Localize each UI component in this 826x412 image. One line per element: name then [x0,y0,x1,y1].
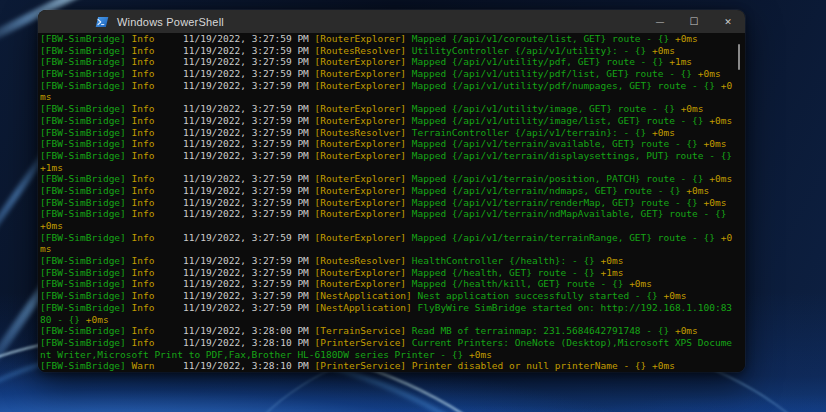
log-line: [FBW-SimBridge] Info 11/19/2022, 3:27:59… [40,115,745,127]
log-line: [FBW-SimBridge] Warn 11/19/2022, 3:28:10… [40,360,745,372]
log-line: [FBW-SimBridge] Info 11/19/2022, 3:27:59… [40,302,745,314]
window-title: Windows PowerShell [117,16,224,28]
log-line: nt Writer,Microsoft Print to PDF,Fax,Bro… [40,349,745,361]
powershell-icon [95,15,109,29]
log-line: [FBW-SimBridge] Info 11/19/2022, 3:27:59… [40,255,745,267]
log-line: [FBW-SimBridge] Info 11/19/2022, 3:27:59… [40,267,745,279]
log-line: [FBW-SimBridge] Info 11/19/2022, 3:27:59… [40,173,745,185]
log-line: [FBW-SimBridge] Info 11/19/2022, 3:28:10… [40,337,745,349]
close-button[interactable]: ✕ [711,10,745,33]
log-line: [FBW-SimBridge] Info 11/19/2022, 3:28:00… [40,325,745,337]
log-line: 80 - {} +0ms [40,314,745,326]
log-line: [FBW-SimBridge] Info 11/19/2022, 3:27:59… [40,127,745,139]
scrollbar-thumb[interactable] [738,44,740,70]
maximize-button[interactable]: ☐ [677,10,711,33]
window-titlebar[interactable]: Windows PowerShell — ☐ ✕ [38,10,745,33]
log-line: ms [40,243,745,255]
log-line: [FBW-SimBridge] Info 11/19/2022, 3:27:59… [40,33,745,45]
log-line: [FBW-SimBridge] Info 11/19/2022, 3:27:59… [40,150,745,162]
log-line: [FBW-SimBridge] Info 11/19/2022, 3:27:59… [40,290,745,302]
log-line: [FBW-SimBridge] Info 11/19/2022, 3:27:59… [40,232,745,244]
log-line: +0ms [40,220,745,232]
log-line: +1ms [40,162,745,174]
log-line: [FBW-SimBridge] Info 11/19/2022, 3:27:59… [40,197,745,209]
log-line: [FBW-SimBridge] Info 11/19/2022, 3:27:59… [40,138,745,150]
log-line: [FBW-SimBridge] Info 11/19/2022, 3:27:59… [40,80,745,92]
terminal-output[interactable]: [FBW-SimBridge] Info 11/19/2022, 3:27:59… [38,33,745,372]
log-line: ms [40,91,745,103]
log-line: [FBW-SimBridge] Info 11/19/2022, 3:27:59… [40,185,745,197]
log-line: [FBW-SimBridge] Info 11/19/2022, 3:27:59… [40,68,745,80]
minimize-button[interactable]: — [643,10,677,33]
powershell-window: Windows PowerShell — ☐ ✕ [FBW-SimBridge]… [38,10,745,372]
log-line: [FBW-SimBridge] Info 11/19/2022, 3:27:59… [40,45,745,57]
log-line: [FBW-SimBridge] Info 11/19/2022, 3:27:59… [40,208,745,220]
log-line: [FBW-SimBridge] Info 11/19/2022, 3:27:59… [40,103,745,115]
log-line: [FBW-SimBridge] Info 11/19/2022, 3:27:59… [40,278,745,290]
log-line: [FBW-SimBridge] Info 11/19/2022, 3:27:59… [40,56,745,68]
